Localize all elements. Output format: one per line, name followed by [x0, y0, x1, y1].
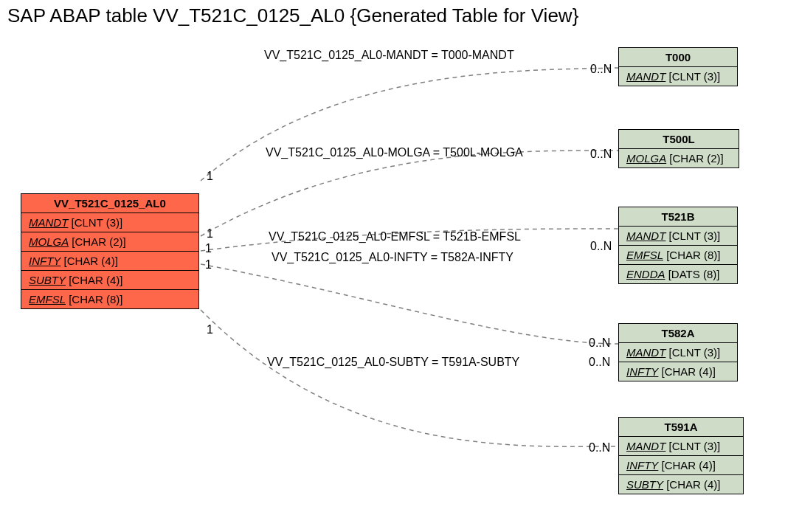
field-type: [CHAR (4)] [662, 459, 716, 471]
cardinality-target: 0..N [589, 356, 610, 369]
field-key: MANDT [29, 216, 68, 229]
field-row: INFTY [CHAR (4)] [21, 252, 198, 271]
field-row: MOLGA [CHAR (2)] [21, 232, 198, 252]
field-type: [CHAR (8)] [666, 249, 720, 261]
field-key: SUBTY [626, 478, 663, 491]
edge-label: VV_T521C_0125_AL0-MOLGA = T500L-MOLGA [266, 146, 523, 159]
field-row: EMFSL [CHAR (8)] [21, 290, 198, 308]
edge-label: VV_T521C_0125_AL0-INFTY = T582A-INFTY [272, 251, 513, 264]
entity-header: T591A [619, 418, 743, 437]
field-type: [CHAR (4)] [69, 274, 122, 286]
field-row: MANDT [CLNT (3)] [21, 213, 198, 232]
field-row: MANDT [CLNT (3)] [619, 227, 737, 246]
cardinality-source: 1 [205, 258, 212, 272]
field-key: INFTY [626, 459, 658, 471]
field-key: MANDT [626, 229, 665, 242]
field-type: [CLNT (3)] [72, 216, 123, 229]
field-key: INFTY [626, 365, 658, 378]
entity-t500l: T500LMOLGA [CHAR (2)] [618, 129, 739, 168]
field-key: INFTY [29, 255, 60, 267]
field-row: MANDT [CLNT (3)] [619, 437, 743, 456]
field-key: ENDDA [626, 268, 665, 280]
field-type: [CLNT (3)] [669, 440, 721, 452]
field-key: MANDT [626, 70, 665, 83]
edge-label: VV_T521C_0125_AL0-SUBTY = T591A-SUBTY [267, 356, 519, 369]
field-key: MOLGA [29, 235, 69, 248]
field-type: [CHAR (8)] [69, 293, 122, 305]
field-row: SUBTY [CHAR (4)] [21, 271, 198, 290]
field-type: [CLNT (3)] [669, 229, 721, 242]
entity-main-header: VV_T521C_0125_AL0 [21, 194, 198, 213]
field-type: [CHAR (2)] [669, 152, 723, 165]
entity-t000: T000MANDT [CLNT (3)] [618, 47, 738, 86]
field-key: EMFSL [29, 293, 66, 305]
edge-label: VV_T521C_0125_AL0-EMFSL = T521B-EMFSL [269, 230, 521, 243]
entity-header: T000 [619, 48, 737, 67]
field-row: ENDDA [DATS (8)] [619, 265, 737, 283]
entity-header: T582A [619, 324, 737, 343]
entity-t591a: T591AMANDT [CLNT (3)]INFTY [CHAR (4)]SUB… [618, 417, 744, 494]
field-row: INFTY [CHAR (4)] [619, 456, 743, 475]
cardinality-source: 1 [207, 170, 213, 183]
field-type: [DATS (8)] [668, 268, 720, 280]
cardinality-target: 0..N [590, 240, 612, 253]
field-row: MANDT [CLNT (3)] [619, 67, 737, 86]
cardinality-target: 0..N [589, 441, 610, 455]
entity-t582a: T582AMANDT [CLNT (3)]INFTY [CHAR (4)] [618, 323, 738, 381]
field-key: EMFSL [626, 249, 663, 261]
field-key: MANDT [626, 440, 665, 452]
cardinality-target: 0..N [589, 336, 610, 350]
cardinality-target: 0..N [590, 148, 612, 161]
field-type: [CHAR (4)] [662, 365, 716, 378]
field-type: [CHAR (2)] [72, 235, 125, 248]
field-row: MOLGA [CHAR (2)] [619, 149, 739, 167]
diagram-title: SAP ABAP table VV_T521C_0125_AL0 {Genera… [7, 4, 578, 27]
entity-header: T500L [619, 130, 739, 149]
field-key: MOLGA [626, 152, 666, 165]
diagram-canvas: SAP ABAP table VV_T521C_0125_AL0 {Genera… [0, 0, 785, 532]
cardinality-source: 1 [207, 323, 213, 336]
field-row: INFTY [CHAR (4)] [619, 362, 737, 381]
cardinality-source: 1 [207, 227, 213, 241]
cardinality-target: 0..N [590, 63, 612, 76]
field-key: SUBTY [29, 274, 66, 286]
entity-main: VV_T521C_0125_AL0 MANDT [CLNT (3)] MOLGA… [21, 193, 199, 309]
field-row: MANDT [CLNT (3)] [619, 343, 737, 362]
entity-header: T521B [619, 207, 737, 227]
cardinality-source: 1 [205, 242, 212, 255]
field-key: MANDT [626, 346, 665, 359]
field-type: [CLNT (3)] [669, 70, 721, 83]
edge-label: VV_T521C_0125_AL0-MANDT = T000-MANDT [264, 49, 514, 62]
field-type: [CHAR (4)] [666, 478, 720, 491]
field-row: EMFSL [CHAR (8)] [619, 246, 737, 265]
field-type: [CLNT (3)] [669, 346, 721, 359]
field-row: SUBTY [CHAR (4)] [619, 475, 743, 494]
field-type: [CHAR (4)] [64, 255, 118, 267]
entity-t521b: T521BMANDT [CLNT (3)]EMFSL [CHAR (8)]END… [618, 207, 738, 284]
